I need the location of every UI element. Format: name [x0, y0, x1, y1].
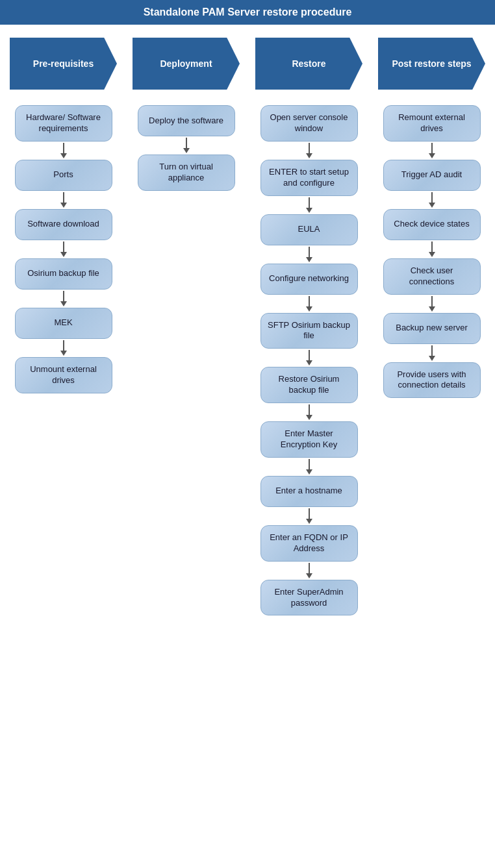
flow-box: Configure networking	[260, 264, 358, 295]
flow-box: SFTP Osirium backup file	[260, 313, 358, 349]
flow-box: Check user connections	[383, 258, 481, 295]
flow-box: Deploy the software	[138, 105, 235, 136]
headers-row: Pre-requisites Deployment Restore Post r…	[10, 38, 485, 90]
flow-box: Provide users with connection details	[383, 362, 481, 399]
arrow-connector	[429, 191, 435, 209]
arrow-connector	[306, 507, 312, 525]
flow-box: Enter an FQDN or IP Address	[260, 525, 358, 562]
main-content: Pre-requisites Deployment Restore Post r…	[0, 25, 495, 635]
flow-box: Turn on virtual appliance	[138, 155, 235, 191]
arrow-connector	[60, 290, 67, 308]
flow-box: Restore Osirium backup file	[260, 367, 358, 403]
flow-box: Ports	[15, 160, 112, 191]
arrow-connector	[306, 196, 312, 214]
arrow-connector	[60, 191, 67, 209]
arrow-connector	[306, 295, 312, 313]
flow-box: ENTER to start setup and configure	[260, 160, 358, 196]
flow-box: Enter SuperAdmin password	[260, 580, 358, 616]
arrow-connector	[306, 562, 312, 580]
flow-box: Software download	[15, 209, 112, 240]
arrow-connector	[429, 240, 435, 258]
header-post-restore: Post restore steps	[378, 38, 485, 90]
flow-box: EULA	[260, 214, 358, 245]
arrow-connector	[306, 349, 312, 367]
arrow-connector	[306, 403, 312, 421]
arrow-connector	[60, 339, 67, 357]
arrow-connector	[429, 344, 435, 362]
flow-box: Enter Master Encryption Key	[260, 421, 358, 458]
column-pre-requisites: Hardware/ Software requirementsPortsSoft…	[10, 105, 117, 393]
arrow-connector	[429, 295, 435, 313]
arrow-connector	[306, 458, 312, 476]
header-restore: Restore	[255, 38, 362, 90]
header-pre-requisites: Pre-requisites	[10, 38, 117, 90]
flow-box: Trigger AD audit	[383, 160, 481, 191]
page: Standalone PAM Server restore procedure …	[0, 0, 495, 635]
arrow-connector	[306, 142, 312, 160]
arrow-connector	[429, 142, 435, 160]
header-deployment: Deployment	[133, 38, 240, 90]
flow-box: Hardware/ Software requirements	[15, 105, 112, 142]
arrow-connector	[60, 240, 67, 258]
flow-box: Enter a hostname	[260, 476, 358, 507]
arrow-connector	[183, 136, 190, 155]
flow-box: Osirium backup file	[15, 258, 112, 290]
page-title: Standalone PAM Server restore procedure	[0, 0, 495, 25]
arrow-connector	[60, 142, 67, 160]
flow-box: Backup new server	[383, 313, 481, 344]
columns-row: Hardware/ Software requirementsPortsSoft…	[10, 105, 485, 615]
flow-box: Unmount external drives	[15, 357, 112, 393]
flow-box: MEK	[15, 308, 112, 339]
column-restore: Open server console windowENTER to start…	[255, 105, 362, 615]
arrow-connector	[306, 245, 312, 264]
flow-box: Check device states	[383, 209, 481, 240]
column-deployment: Deploy the softwareTurn on virtual appli…	[133, 105, 240, 191]
flow-box: Remount external drives	[383, 105, 481, 142]
column-post-restore: Remount external drivesTrigger AD auditC…	[378, 105, 485, 398]
flow-box: Open server console window	[260, 105, 358, 142]
